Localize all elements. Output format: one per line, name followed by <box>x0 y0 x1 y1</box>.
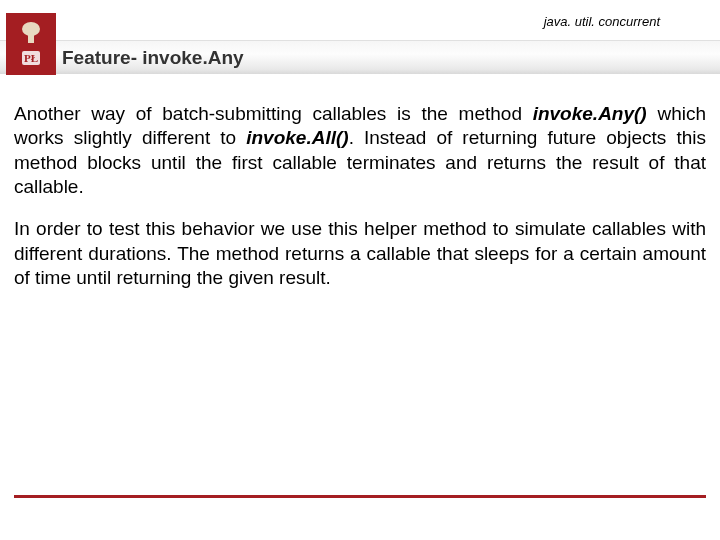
title-bar: PŁ Feature- invoke.Any <box>0 40 720 74</box>
slide-body: Another way of batch-submitting callable… <box>0 74 720 290</box>
svg-text:PŁ: PŁ <box>24 52 38 64</box>
slide-title: Feature- invoke.Any <box>62 47 244 69</box>
paragraph-1: Another way of batch-submitting callable… <box>14 102 706 199</box>
university-logo-icon: PŁ <box>6 13 56 75</box>
top-bar: java. util. concurrent <box>0 0 720 40</box>
footer-divider <box>14 495 706 498</box>
slide: java. util. concurrent PŁ Feature- invok… <box>0 0 720 540</box>
paragraph-2: In order to test this behavior we use th… <box>14 217 706 290</box>
method-name-invokeall: invoke.All() <box>246 127 348 148</box>
text-run: Another way of batch-submitting callable… <box>14 103 533 124</box>
method-name-invokeany: invoke.Any() <box>533 103 647 124</box>
svg-rect-2 <box>28 33 34 43</box>
package-label: java. util. concurrent <box>544 14 660 29</box>
